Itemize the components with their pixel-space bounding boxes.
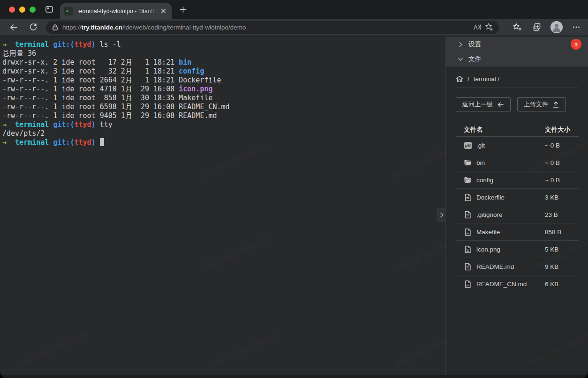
arrow-left-icon [497, 101, 504, 108]
chevron-down-icon [458, 56, 463, 62]
go-up-button[interactable]: 返回上一级 [456, 97, 511, 111]
sidebar-sections-header: 设置 a 文件 [446, 37, 588, 67]
file-row[interactable]: icon.png 5 KB [456, 241, 579, 258]
reload-icon[interactable] [27, 21, 39, 33]
file-actions: 返回上一级 上传文件 [446, 88, 588, 118]
terminal-line: -rw-r--r--. 1 ide root 2664 2月 1 18:21 D… [2, 76, 445, 85]
tab-bar: >_ terminal-ttyd-wlotnipo - TitanIDE [0, 0, 588, 19]
file-name: Makefile [476, 229, 545, 236]
file-row[interactable]: README.md 9 KB [456, 258, 579, 275]
collections-icon[interactable] [531, 21, 543, 33]
upload-button[interactable]: 上传文件 [517, 97, 566, 111]
folder-icon [464, 176, 472, 184]
file-row[interactable]: Dockerfile 3 KB [456, 189, 579, 206]
terminal-line: -rw-r--r--. 1 ide root 9405 1月 29 16:08 … [2, 111, 445, 120]
terminal-line: -rw-r--r--. 1 ide root 6598 1月 29 16:08 … [2, 103, 445, 111]
browser-window: >_ terminal-ttyd-wlotnipo - TitanIDE htt… [0, 0, 588, 378]
minimize-window-button[interactable] [19, 7, 25, 13]
tab-title: terminal-ttyd-wlotnipo - TitanIDE [77, 8, 159, 15]
favorites-icon[interactable] [511, 21, 523, 33]
sidebar-collapse-handle[interactable] [437, 208, 446, 222]
file-row[interactable]: git .git ~ 0 B [456, 137, 579, 154]
file-table-body: git .git ~ 0 B bin ~ 0 B config ~ 0 B Do… [456, 137, 579, 293]
file-name: README.md [476, 263, 545, 270]
home-icon[interactable] [456, 75, 463, 82]
add-favorite-icon[interactable] [483, 21, 495, 33]
settings-menu-icon[interactable] [570, 21, 582, 33]
read-aloud-icon[interactable]: A [471, 21, 483, 33]
git-icon: git [464, 141, 472, 149]
section-files[interactable]: 文件 [446, 52, 588, 66]
terminal-panel[interactable]: → terminal git:(ttyd) ls -l总用量 36drwxr-s… [0, 37, 445, 375]
file-name: .gitignore [476, 211, 545, 218]
column-header-name: 文件名 [456, 126, 545, 134]
terminal-line: -rw-r--r--. 1 ide root 4710 1月 29 16:08 … [2, 85, 445, 94]
file-sidebar: 设置 a 文件 / terminal / [445, 37, 588, 375]
file-row[interactable]: config ~ 0 B [456, 171, 579, 189]
address-bar[interactable]: https://try.titanide.cn/ide/web/coding/t… [46, 21, 499, 34]
lock-icon [52, 24, 59, 31]
file-row[interactable]: .gitignore 23 B [456, 206, 579, 223]
terminal-line: drwxr-sr-x. 2 ide root 17 2月 1 18:21 bin [2, 58, 445, 67]
upload-icon [552, 101, 559, 108]
file-name: config [476, 177, 545, 184]
file-icon [464, 263, 472, 271]
file-name: .git [476, 142, 545, 149]
profile-avatar[interactable] [550, 21, 563, 33]
terminal-output: → terminal git:(ttyd) ls -l总用量 36drwxr-s… [2, 40, 445, 147]
window-controls [0, 7, 42, 13]
image-icon [464, 245, 472, 253]
notification-badge: a [571, 39, 581, 50]
browser-tab[interactable]: >_ terminal-ttyd-wlotnipo - TitanIDE [60, 3, 172, 19]
file-icon [464, 280, 472, 288]
upload-label: 上传文件 [524, 100, 548, 109]
close-tab-icon[interactable] [159, 7, 167, 15]
toolbar: https://try.titanide.cn/ide/web/coding/t… [0, 19, 588, 36]
file-icon [464, 211, 472, 219]
file-table: 文件名 文件大小 git .git ~ 0 B bin ~ 0 B config… [456, 123, 579, 293]
file-size: 3 KB [545, 194, 579, 201]
breadcrumb-current[interactable]: terminal / [474, 75, 500, 82]
file-name: bin [476, 159, 545, 166]
file-row[interactable]: Makefile 858 B [456, 223, 579, 241]
url-host: try.titanide.cn [82, 24, 123, 31]
tab-actions-icon[interactable] [44, 4, 54, 15]
folder-icon [464, 159, 472, 167]
column-header-size: 文件大小 [545, 126, 579, 134]
terminal-line: /dev/pts/2 [2, 129, 445, 138]
file-size: ~ 0 B [545, 177, 579, 184]
file-size: 23 B [545, 211, 579, 218]
terminal-line: 总用量 36 [2, 49, 445, 58]
file-size: 858 B [545, 229, 579, 236]
file-table-header: 文件名 文件大小 [456, 123, 579, 137]
file-icon [464, 193, 472, 201]
file-browser: / terminal / 返回上一级 上传文件 文件 [446, 67, 588, 375]
file-row[interactable]: bin ~ 0 B [456, 154, 579, 171]
section-settings-label: 设置 [468, 40, 481, 49]
file-icon [464, 228, 472, 236]
page-content: → terminal git:(ttyd) ls -l总用量 36drwxr-s… [0, 37, 588, 375]
section-files-label: 文件 [468, 55, 481, 63]
file-size: 9 KB [545, 263, 579, 270]
breadcrumb-separator: / [467, 75, 469, 82]
close-window-button[interactable] [9, 7, 15, 13]
chevron-right-icon [458, 42, 463, 47]
file-size: ~ 0 B [545, 159, 579, 166]
section-settings[interactable]: 设置 a [446, 37, 588, 52]
back-icon[interactable] [8, 21, 20, 33]
maximize-window-button[interactable] [30, 7, 36, 13]
new-tab-button[interactable] [177, 3, 189, 15]
terminal-line: drwxr-sr-x. 3 ide root 32 2月 1 18:21 con… [2, 67, 445, 76]
terminal-line: → terminal git:(ttyd) ls -l [2, 40, 445, 49]
url-text: https://try.titanide.cn/ide/web/coding/t… [62, 24, 471, 31]
url-scheme: https:// [62, 24, 82, 31]
terminal-line: -rw-r--r--. 1 ide root 858 1月 30 18:35 M… [2, 94, 445, 103]
url-path: /ide/web/coding/terminal-ttyd-wlotnipo/d… [122, 24, 246, 31]
file-name: Dockerfile [476, 194, 545, 201]
terminal-line: → terminal git:(ttyd) tty [2, 120, 445, 129]
file-size: 5 KB [545, 246, 579, 253]
terminal-line: → terminal git:(ttyd) [2, 138, 445, 147]
svg-text:A: A [474, 24, 478, 31]
file-row[interactable]: README_CN.md 6 KB [456, 275, 579, 293]
go-up-label: 返回上一级 [462, 100, 493, 109]
